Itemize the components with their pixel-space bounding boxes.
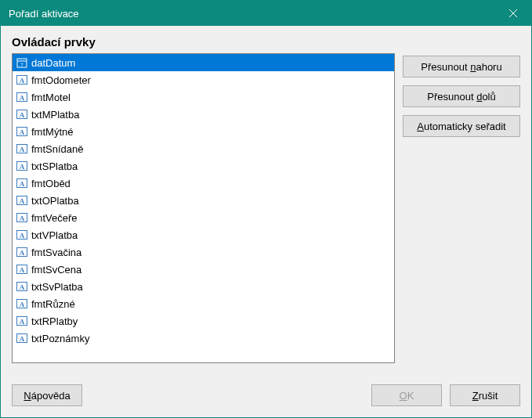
list-item[interactable]: AtxtMPlatba — [13, 106, 394, 123]
svg-text:A: A — [20, 163, 25, 171]
left-column: Ovládací prvky 7datDatumAfmtOdometerAfmt… — [12, 35, 395, 373]
list-item-label: fmtSvCena — [31, 264, 81, 276]
text-field-icon: A — [16, 194, 28, 207]
text-field-icon: A — [16, 246, 28, 258]
dialog-window: Pořadí aktivace Ovládací prvky 7datDatum… — [0, 0, 532, 418]
list-item[interactable]: AfmtSvačina — [13, 243, 394, 261]
svg-text:7: 7 — [20, 62, 24, 68]
close-icon — [509, 9, 517, 17]
controls-listbox[interactable]: 7datDatumAfmtOdometerAfmtMotelAtxtMPlatb… — [12, 53, 395, 363]
list-item-label: datDatum — [31, 57, 75, 69]
titlebar: Pořadí aktivace — [1, 1, 531, 26]
move-down-button[interactable]: Přesunout dolů — [403, 85, 520, 107]
list-item-label: fmtMotel — [31, 92, 71, 103]
svg-text:A: A — [20, 214, 25, 222]
text-field-icon: A — [16, 280, 28, 293]
text-field-icon: A — [16, 142, 28, 155]
close-button[interactable] — [495, 1, 531, 26]
svg-text:A: A — [20, 266, 25, 274]
text-field-icon: A — [16, 315, 28, 327]
svg-text:A: A — [20, 232, 25, 240]
move-up-button[interactable]: Přesunout nahoru — [403, 56, 520, 77]
list-item[interactable]: AtxtPoznámky — [13, 330, 394, 347]
text-field-icon: A — [16, 108, 28, 121]
svg-text:A: A — [20, 301, 25, 308]
text-field-icon: A — [16, 160, 28, 172]
svg-text:A: A — [20, 77, 25, 85]
list-item-label: txtPoznámky — [31, 333, 89, 344]
list-item[interactable]: AtxtOPlatba — [13, 192, 394, 209]
svg-text:A: A — [20, 180, 25, 188]
date-field-icon: 7 — [16, 56, 28, 69]
text-field-icon: A — [16, 177, 28, 189]
ok-button[interactable]: OK — [371, 384, 442, 406]
text-field-icon: A — [16, 229, 28, 241]
list-item[interactable]: AtxtSvPlatba — [13, 278, 394, 295]
svg-text:A: A — [20, 94, 25, 102]
dialog-content: Ovládací prvky 7datDatumAfmtOdometerAfmt… — [1, 26, 531, 417]
list-item[interactable]: AfmtOběd — [13, 175, 394, 192]
list-item[interactable]: 7datDatum — [13, 54, 394, 71]
list-item-label: fmtSvačina — [31, 247, 81, 258]
list-item-label: fmtOběd — [31, 178, 71, 189]
svg-text:A: A — [20, 249, 25, 257]
text-field-icon: A — [16, 332, 28, 344]
text-field-icon: A — [16, 263, 28, 276]
svg-text:A: A — [20, 335, 25, 343]
svg-text:A: A — [20, 111, 25, 119]
text-field-icon: A — [16, 211, 28, 224]
list-item[interactable]: AfmtRůzné — [13, 295, 394, 312]
list-item-label: fmtRůzné — [31, 298, 75, 310]
right-column: Přesunout nahoru Přesunout dolů Automati… — [403, 35, 520, 373]
list-item-label: txtVPlatba — [31, 229, 78, 241]
help-button[interactable]: Nápověda — [12, 384, 82, 406]
list-item-label: txtSPlatba — [31, 160, 78, 172]
list-item-label: txtOPlatba — [31, 195, 79, 207]
list-item-label: txtRPlatby — [31, 315, 78, 327]
cancel-button[interactable]: Zrušit — [450, 384, 520, 406]
svg-text:A: A — [20, 128, 25, 136]
text-field-icon: A — [16, 125, 28, 138]
list-item[interactable]: AfmtMotel — [13, 88, 394, 106]
svg-text:A: A — [20, 197, 25, 205]
list-item[interactable]: AtxtRPlatby — [13, 312, 394, 330]
list-item-label: txtMPlatba — [31, 109, 79, 121]
list-item-label: fmtSnídaně — [31, 143, 84, 155]
svg-text:A: A — [20, 283, 25, 291]
main-area: Ovládací prvky 7datDatumAfmtOdometerAfmt… — [12, 35, 520, 373]
list-item[interactable]: AtxtVPlatba — [13, 226, 394, 243]
list-item[interactable]: AfmtMýtné — [13, 123, 394, 140]
auto-sort-button[interactable]: Automaticky seřadit — [403, 115, 520, 137]
svg-text:A: A — [20, 318, 25, 326]
text-field-icon: A — [16, 91, 28, 103]
list-item[interactable]: AtxtSPlatba — [13, 157, 394, 175]
list-item-label: fmtOdometer — [31, 74, 91, 86]
list-item-label: fmtVečeře — [31, 212, 78, 224]
list-item-label: txtSvPlatba — [31, 281, 83, 293]
text-field-icon: A — [16, 297, 28, 310]
list-item[interactable]: AfmtVečeře — [13, 209, 394, 226]
bottom-bar: Nápověda OK Zrušit — [12, 384, 520, 406]
list-item[interactable]: AfmtSvCena — [13, 261, 394, 278]
controls-group-label: Ovládací prvky — [12, 35, 395, 49]
svg-text:A: A — [20, 146, 25, 153]
list-item-label: fmtMýtné — [31, 126, 73, 138]
list-item[interactable]: AfmtOdometer — [13, 71, 394, 88]
list-item[interactable]: AfmtSnídaně — [13, 140, 394, 157]
text-field-icon: A — [16, 74, 28, 86]
window-title: Pořadí aktivace — [9, 8, 495, 20]
